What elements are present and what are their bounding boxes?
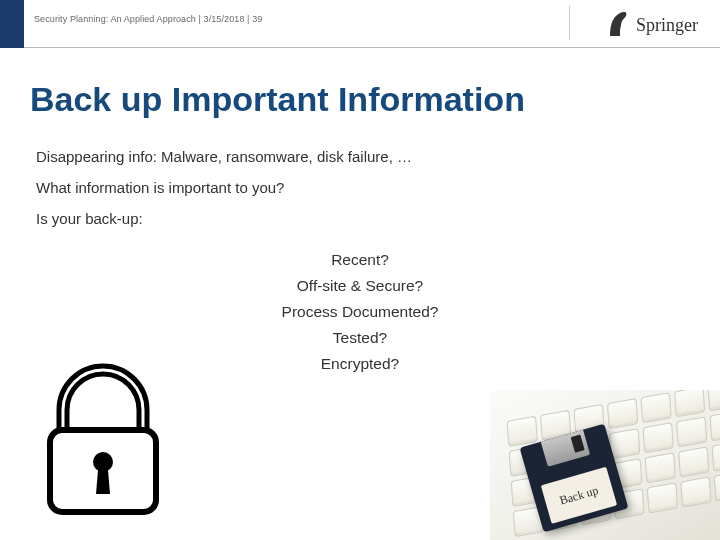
question-documented: Process Documented?	[0, 300, 720, 324]
question-tested: Tested?	[0, 326, 720, 350]
question-offsite: Off-site & Secure?	[0, 274, 720, 298]
publisher-brand-text: Springer	[636, 15, 698, 36]
question-recent: Recent?	[0, 248, 720, 272]
header-divider	[569, 6, 570, 40]
header-accent-bar	[0, 0, 24, 48]
svg-point-1	[93, 452, 113, 472]
publisher-logo: Springer	[606, 8, 698, 42]
padlock-icon	[38, 352, 168, 522]
slide-title: Back up Important Information	[30, 80, 525, 119]
slide: Security Planning: An Applied Approach |…	[0, 0, 720, 540]
body-line-important: What information is important to you?	[36, 179, 684, 196]
springer-horse-icon	[606, 8, 630, 42]
body-line-backup-intro: Is your back-up:	[36, 210, 684, 227]
header-meta-text: Security Planning: An Applied Approach |…	[34, 14, 262, 24]
body-line-disappearing: Disappearing info: Malware, ransomware, …	[36, 148, 684, 165]
slide-body: Disappearing info: Malware, ransomware, …	[36, 148, 684, 241]
slide-header: Security Planning: An Applied Approach |…	[0, 0, 720, 48]
keyboard-backup-image: Back up	[490, 390, 720, 540]
